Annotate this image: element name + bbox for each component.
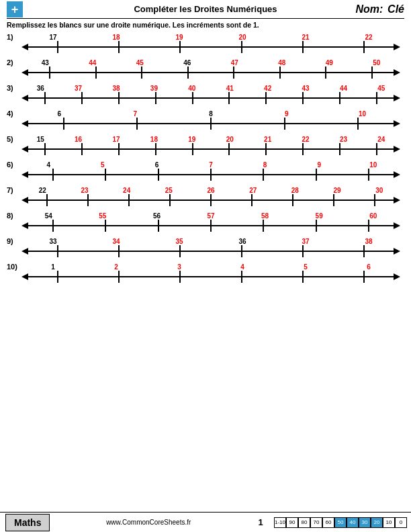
number-6-6: 10 [346,161,400,169]
tick-1-5 [363,41,365,53]
tick-6-3 [210,169,212,181]
tick-3-3 [155,92,156,104]
number-9-1: 34 [85,238,148,245]
tick-slot-3-0 [27,92,64,104]
row-label-3: 3) [7,84,13,92]
nom-label: Nom: [356,3,383,15]
tick-4-3 [284,118,285,130]
tick-7-5 [251,194,253,206]
line-container-9 [21,245,400,257]
number-2-7: 50 [353,59,401,66]
number-line-row-2: 2)4344454647484950 [7,56,404,79]
tick-3-4 [192,92,193,104]
number-2-0: 43 [21,59,69,66]
number-8-0: 54 [21,212,76,220]
tick-3-5 [228,92,230,104]
line-container-6 [21,169,400,181]
tick-10-1 [118,271,120,283]
number-3-8: 44 [324,85,362,92]
tick-5-7 [302,143,304,155]
tick-slot-3-9 [358,92,395,104]
line-container-5 [21,143,400,155]
number-7-4: 26 [190,187,232,194]
tick-slot-5-5 [211,143,248,155]
number-1-4: 21 [274,34,337,41]
tick-slot-8-3 [185,220,237,232]
tick-4-4 [357,118,359,130]
score-70: 70 [310,517,322,528]
number-7-8: 30 [358,187,400,194]
tick-slot-4-0 [27,118,101,130]
tick-slot-9-3 [211,245,272,257]
tick-slot-10-4 [272,271,333,283]
numbers-row-10: 10)123456 [21,260,400,271]
footer-maths-label: Maths [5,514,50,531]
number-8-2: 56 [130,212,184,220]
numbers-row-2: 2)4344454647484950 [21,56,400,66]
tick-7-8 [374,194,375,206]
tick-slot-6-0 [27,169,79,181]
number-6-4: 8 [238,161,292,169]
tick-slot-8-6 [342,220,395,232]
footer: Maths www.CommonCoreSheets.fr 1 1-10 90 … [0,512,411,532]
number-line-row-3: 3)36373839404142434445 [7,81,404,104]
tick-slot-2-3 [165,66,212,79]
tick-3-2 [118,92,120,104]
tick-slot-5-0 [27,143,64,155]
number-6-1: 5 [76,161,130,169]
tick-9-4 [302,245,304,257]
tick-8-0 [52,220,54,232]
tick-9-3 [241,245,242,257]
tick-10-5 [363,271,365,283]
row-label-7: 7) [7,186,13,194]
tick-slot-5-9 [358,143,395,155]
number-3-7: 43 [287,85,324,92]
number-4-1: 7 [97,110,173,118]
number-5-7: 22 [287,136,324,143]
number-10-1: 2 [85,263,148,271]
tick-slot-6-4 [237,169,289,181]
plus-icon: + [11,3,19,15]
ticks-5 [27,143,395,155]
tick-3-8 [339,92,340,104]
tick-6-4 [263,169,264,181]
score-20: 20 [371,517,383,528]
tick-slot-1-5 [334,41,395,53]
tick-slot-5-3 [137,143,174,155]
tick-slot-7-1 [68,194,109,206]
number-10-0: 1 [21,263,85,271]
number-line-row-8: 8)54555657585960 [7,209,404,232]
number-3-4: 40 [173,85,211,92]
number-7-3: 25 [148,187,190,194]
tick-2-5 [279,66,281,79]
tick-slot-5-4 [174,143,211,155]
tick-slot-10-2 [150,271,211,283]
tick-slot-4-4 [321,118,395,130]
tick-9-0 [57,245,58,257]
tick-2-7 [371,66,373,79]
number-line-row-9: 9)333435363738 [7,234,404,257]
number-8-6: 60 [346,212,400,220]
number-9-3: 36 [211,238,274,245]
number-10-3: 4 [211,263,274,271]
number-8-3: 57 [184,212,238,220]
tick-slot-2-2 [119,66,165,79]
number-3-1: 37 [59,85,97,92]
tick-7-1 [87,194,89,206]
tick-slot-1-0 [27,41,88,53]
number-3-3: 39 [135,85,173,92]
tick-5-8 [339,143,340,155]
number-9-2: 35 [148,238,211,245]
number-5-4: 19 [173,136,211,143]
tick-6-5 [316,169,317,181]
tick-9-5 [363,245,365,257]
tick-3-7 [302,92,304,104]
number-5-8: 23 [324,136,362,143]
number-9-4: 37 [274,238,337,245]
tick-8-2 [158,220,159,232]
tick-slot-10-0 [27,271,88,283]
ticks-2 [27,66,395,79]
row-label-2: 2) [7,58,13,66]
ticks-1 [27,41,395,53]
row-label-4: 4) [7,109,13,118]
